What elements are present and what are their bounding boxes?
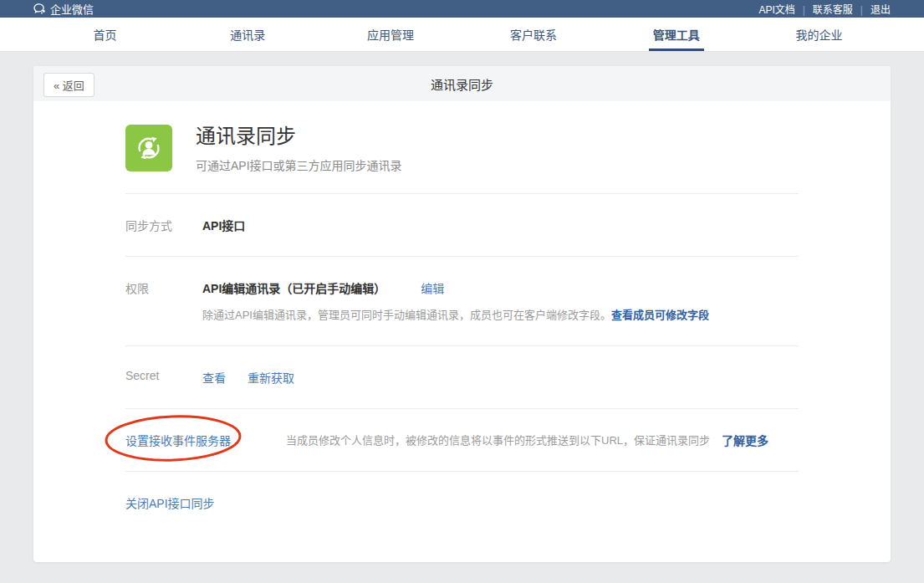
close-api-sync-link[interactable]: 关闭API接口同步 [125, 494, 215, 511]
set-event-server-link[interactable]: 设置接收事件服务器 [125, 432, 231, 448]
panel-body: 通讯录同步 可通过API接口或第三方应用同步通讯录 同步方式 API接口 权限 … [33, 101, 891, 562]
permission-desc-text: 除通过API编辑通讯录，管理员可同时手动编辑通讯录，成员也可在客户端修改字段。 [202, 309, 611, 321]
permission-label: 权限 [125, 279, 202, 296]
nav-item-customers[interactable]: 客户联系 [462, 18, 605, 51]
contact-sync-icon [125, 125, 172, 171]
app-title: 通讯录同步 [196, 125, 402, 149]
close-sync-row: 关闭API接口同步 [125, 471, 799, 534]
logout-link[interactable]: 退出 [870, 2, 891, 16]
topbar-links: API文档 联系客服 退出 [758, 2, 891, 16]
back-button[interactable]: « 返回 [43, 73, 94, 97]
panel-header: « 返回 通讯录同步 [33, 66, 891, 101]
nav-item-home[interactable]: 首页 [33, 18, 176, 51]
api-docs-link[interactable]: API文档 [758, 2, 812, 16]
view-secret-link[interactable]: 查看 [202, 369, 226, 386]
permission-row: 权限 API编辑通讯录（已开启手动编辑） 编辑 除通过API编辑通讯录，管理员可… [125, 256, 799, 346]
nav-item-apps[interactable]: 应用管理 [319, 18, 462, 51]
topbar: 企业微信 API文档 联系客服 退出 [0, 0, 924, 18]
contact-sync-panel: « 返回 通讯录同步 通讯录同步 可通过API接口或第三方应用 [33, 66, 891, 562]
app-subtitle: 可通过API接口或第三方应用同步通讯录 [196, 156, 402, 173]
nav-item-contacts[interactable]: 通讯录 [176, 18, 319, 51]
view-editable-fields-link[interactable]: 查看成员可修改字段 [611, 309, 709, 321]
sync-method-value: API接口 [202, 219, 245, 233]
regenerate-secret-link[interactable]: 重新获取 [248, 369, 294, 386]
app-intro: 通讯录同步 可通过API接口或第三方应用同步通讯录 [125, 123, 799, 193]
main-nav: 首页 通讯录 应用管理 客户联系 管理工具 我的企业 [0, 18, 924, 52]
event-server-desc: 当成员修改个人信息时，被修改的信息将以事件的形式推送到以下URL，保证通讯录同步 [286, 432, 710, 447]
learn-more-link[interactable]: 了解更多 [722, 432, 768, 448]
nav-item-my-company[interactable]: 我的企业 [748, 18, 891, 51]
edit-permission-link[interactable]: 编辑 [421, 279, 444, 296]
permission-desc: 除通过API编辑通讯录，管理员可同时手动编辑通讯录，成员也可在客户端修改字段。查… [202, 307, 799, 324]
secret-label: Secret [125, 369, 202, 382]
nav-item-admin-tools[interactable]: 管理工具 [605, 18, 748, 51]
permission-value: API编辑通讯录（已开启手动编辑） [202, 279, 385, 296]
contact-support-link[interactable]: 联系客服 [813, 2, 870, 16]
sync-method-row: 同步方式 API接口 [125, 193, 799, 256]
logo-text: 企业微信 [50, 1, 94, 17]
secret-row: Secret 查看 重新获取 [125, 345, 799, 408]
event-server-row: 设置接收事件服务器 当成员修改个人信息时，被修改的信息将以事件的形式推送到以下U… [125, 408, 799, 471]
page-title: 通讯录同步 [431, 75, 493, 93]
wework-logo: 企业微信 [33, 1, 94, 17]
sync-method-label: 同步方式 [125, 217, 202, 233]
app-texts: 通讯录同步 可通过API接口或第三方应用同步通讯录 [196, 125, 402, 173]
chat-bubble-icon [33, 3, 46, 14]
